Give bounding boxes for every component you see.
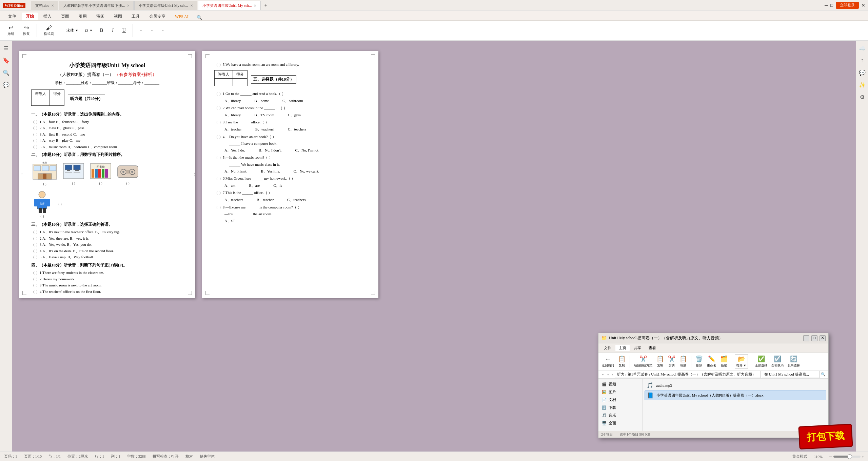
- fb-rename-button[interactable]: 📋 粘贴: [678, 355, 688, 368]
- status-cursor: 节：1/1: [48, 454, 61, 459]
- fb-file-audio[interactable]: 🎵 audio.mp3: [645, 381, 826, 390]
- tab-close-icon[interactable]: ✕: [127, 4, 130, 7]
- ribbon-tab-start[interactable]: 开始: [22, 13, 38, 20]
- zoom-handle[interactable]: [847, 454, 852, 459]
- fb-select-all-button[interactable]: ✅ 全部选择: [754, 355, 769, 368]
- fb-tab-view[interactable]: 查看: [645, 345, 659, 351]
- fb-open-button[interactable]: 📂 打开 ▼: [735, 354, 748, 369]
- minimize-icon[interactable]: ─: [825, 3, 828, 8]
- format-painter[interactable]: 🖌格式刷: [40, 23, 57, 38]
- align-right[interactable]: ≡: [158, 27, 167, 34]
- fb-sidebar-docs[interactable]: 📄文档: [600, 396, 641, 403]
- new-tab-button[interactable]: +: [263, 2, 269, 8]
- ribbon-tab-vip[interactable]: 会员专享: [145, 13, 170, 20]
- right-sidebar-cloud-icon[interactable]: ☁️: [857, 43, 867, 53]
- drag-handle-left[interactable]: ⠿: [20, 172, 23, 177]
- fb-forward-nav[interactable]: →: [606, 373, 610, 377]
- fb-maximize-button[interactable]: □: [811, 335, 817, 341]
- fb-rename2-button[interactable]: ✏️ 重命名: [706, 355, 717, 368]
- fb-search-icon[interactable]: 🔍: [821, 372, 826, 377]
- underline-button[interactable]: U: [119, 26, 129, 35]
- ribbon-tab-insert[interactable]: 插入: [39, 13, 56, 20]
- zoom-out-button[interactable]: ─: [829, 455, 832, 459]
- fb-tab-home[interactable]: 主页: [615, 345, 630, 351]
- sidebar-comments-icon[interactable]: 💬: [1, 80, 11, 89]
- fb-sidebar-image[interactable]: 🖼️图片: [600, 388, 641, 396]
- fb-paste-button[interactable]: 📋 复制: [655, 355, 665, 368]
- sep3: [133, 24, 133, 37]
- fb-tab-file[interactable]: 文件: [600, 345, 615, 351]
- ribbon-tab-ref[interactable]: 引用: [75, 13, 91, 20]
- ribbon-tab-tools[interactable]: 工具: [127, 13, 144, 20]
- align-left[interactable]: ≡: [136, 27, 145, 34]
- fb-sep2: [691, 356, 691, 368]
- ribbon-tab-review[interactable]: 审阅: [92, 13, 108, 20]
- ribbon-tabs: 文件 开始 插入 页面 引用 审阅 视图 工具 会员专享 WPS AI 🔍: [0, 11, 868, 20]
- sidebar-search-icon[interactable]: 🔍: [1, 68, 11, 77]
- ribbon-tab-ai[interactable]: WPS AI: [171, 13, 193, 20]
- fb-close-button[interactable]: ✕: [820, 335, 826, 341]
- tab-unit1-2-active[interactable]: 小学英语四年级Unit1 My sch... ✕: [198, 1, 261, 10]
- tab-doc[interactable]: 文档.doc ✕: [31, 1, 58, 10]
- fb-sidebar-desktop[interactable]: 🖥️桌面: [600, 420, 641, 427]
- tab-close-icon[interactable]: ✕: [190, 4, 193, 7]
- redo-button[interactable]: ↪恢复: [20, 23, 33, 38]
- status-col: 列：1: [111, 454, 120, 459]
- cq6: （ ） 6.Miss Green, here ______ my homewor…: [214, 176, 366, 182]
- document-area: ⠿ 小学英语四年级Unit1 My school （人教PEP版）提高卷（一） …: [12, 41, 856, 452]
- ribbon-tab-page[interactable]: 页面: [57, 13, 73, 20]
- right-sidebar-share-icon[interactable]: ↑: [857, 56, 867, 65]
- align-center[interactable]: ≡: [147, 27, 156, 34]
- fb-sidebar-music[interactable]: 🎵音乐: [600, 412, 641, 419]
- fb-back-button[interactable]: ← 返回访问: [600, 355, 615, 368]
- sidebar-nav-icon[interactable]: ☰: [1, 43, 11, 53]
- right-sidebar-settings-icon[interactable]: ⚙: [857, 92, 867, 102]
- tab-close-icon[interactable]: ✕: [51, 4, 54, 7]
- tab-unit1-1[interactable]: 小学英语四年级Unit1 My sch... ✕: [134, 1, 197, 10]
- fb-up-nav[interactable]: ↑: [611, 373, 613, 377]
- fb-tab-share[interactable]: 共享: [630, 345, 645, 351]
- right-sidebar-ai-icon[interactable]: ✨: [857, 80, 867, 89]
- fb-deselect-button[interactable]: ☑️ 全部取消: [770, 355, 785, 368]
- right-sidebar-comment-icon[interactable]: 💬: [857, 68, 867, 77]
- fb-sidebar-download[interactable]: ⬇️下载: [600, 404, 641, 411]
- search-icon[interactable]: 🔍: [197, 15, 202, 20]
- font-selector[interactable]: 宋体▼: [64, 28, 80, 33]
- close-icon[interactable]: ✕: [862, 3, 865, 8]
- classroom-svg: 教室: [31, 161, 58, 181]
- status-page: 页码：1: [4, 454, 17, 459]
- svg-rect-13: [74, 173, 80, 173]
- fb-file-docx[interactable]: 📘 小学英语四年级Unit1 My school（人教PEP版）提高卷（一）.d…: [645, 390, 826, 400]
- zoom-in-button[interactable]: +: [862, 455, 864, 459]
- add-section-button[interactable]: +: [194, 172, 195, 177]
- part1-header: 一、（本题10分）听录音，选出你所听到...的内容。: [31, 111, 183, 118]
- fb-invert-button[interactable]: 🔄 反向选择: [786, 355, 801, 368]
- tab-close-icon[interactable]: ✕: [254, 4, 256, 7]
- fb-main-area: 🎵 audio.mp3 📘 小学英语四年级Unit1 My school（人教P…: [643, 379, 828, 431]
- undo-button[interactable]: ↩撤销: [4, 23, 18, 38]
- fb-cut-button[interactable]: ✂️ 粘贴快捷方式: [633, 355, 654, 368]
- tab-pep[interactable]: 人教PEP版学年小学英语四年级下册... ✕: [59, 1, 134, 10]
- fb-path-input[interactable]: 听力 › 第1单元试卷 › Unit1 My school 提高卷（一）（含解析…: [615, 371, 761, 378]
- maximize-icon[interactable]: □: [830, 3, 833, 8]
- download-badge[interactable]: 打包下载: [798, 424, 853, 449]
- italic-button[interactable]: I: [108, 26, 117, 35]
- fb-new-folder-button[interactable]: 🗂️ 新建: [719, 355, 729, 368]
- library-svg: 图书馆: [89, 162, 113, 180]
- fb-back-nav[interactable]: ←: [601, 373, 605, 377]
- fb-sidebar-video[interactable]: 🎬视频: [600, 381, 641, 388]
- sidebar-bookmark-icon[interactable]: 🔖: [1, 56, 11, 65]
- fb-search-box[interactable]: 在 Unit1 My school 提高卷...: [762, 371, 820, 378]
- img3-label: （ ）: [97, 181, 104, 186]
- register-button[interactable]: 立即登录: [836, 2, 859, 9]
- fb-move-button[interactable]: 🗑️ 删除: [694, 355, 704, 368]
- ribbon-tab-view[interactable]: 视图: [110, 13, 126, 20]
- bold-button[interactable]: B: [97, 26, 106, 35]
- cq6-b: B、are: [249, 183, 260, 189]
- ribbon-tab-file[interactable]: 文件: [4, 13, 20, 20]
- font-size-selector[interactable]: 12▼: [82, 28, 95, 33]
- fb-delete-button[interactable]: ✂️ 剪切: [667, 355, 677, 368]
- left-sidebar: ☰ 🔖 🔍 💬: [0, 41, 12, 452]
- fb-minimize-button[interactable]: ─: [803, 335, 809, 341]
- fb-copy-button[interactable]: 📋 复制: [617, 355, 627, 368]
